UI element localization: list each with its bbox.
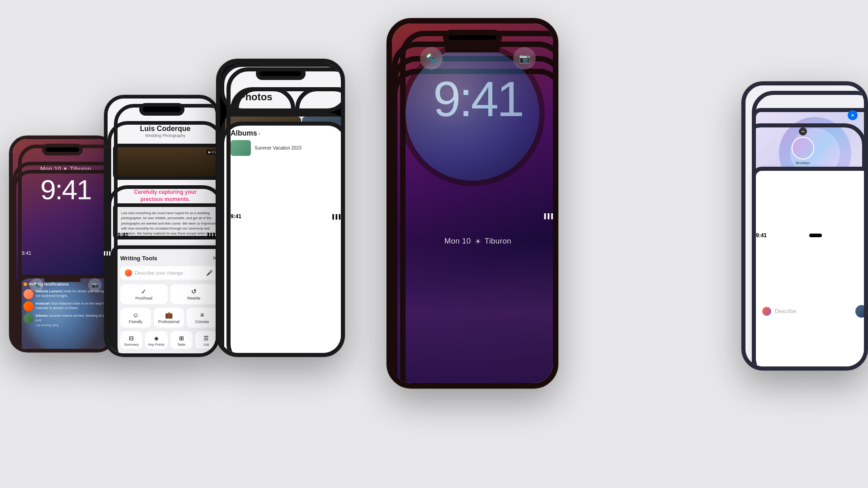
phone-1-lockscreen: 9:41 ▐▐▐ ▲ ▬ Mon 10 ✴ Tiburon 9:41 Prior… [9, 136, 115, 352]
phone-3-notch [256, 67, 306, 80]
signal-icon: ▐▐▐ [206, 233, 215, 237]
flashlight-button[interactable]: 🔦 [420, 47, 443, 70]
phone-3-screen: 9:41 ▐▐▐ ▲ ▬ Photos 🔍 Search [220, 63, 341, 353]
phone-2-dynamic-island [139, 103, 184, 116]
phone-1-status-bar: 9:41 ▐▐▐ ▲ ▬ [18, 145, 112, 349]
phone-5-focus: 9:41 ▐▐▐ × Sunset − Brookl [741, 81, 868, 371]
signal-icon: ▐▐▐ [331, 214, 340, 219]
phone-2-screen: 9:41 ▐▐▐ ▲ ▬ Luis Coderque Wedding Photo… [108, 99, 216, 353]
phone-5-screen: 9:41 ▐▐▐ × Sunset − Brookl [745, 85, 864, 366]
phone-1-screen: 9:41 ▐▐▐ ▲ ▬ Mon 10 ✴ Tiburon 9:41 Prior… [13, 139, 112, 349]
phone-1-status-icons: ▐▐▐ ▲ ▬ [103, 251, 112, 255]
phone-4-bottom-bar: 🔦 📷 [392, 42, 553, 383]
phone-2-time: 9:41 [118, 232, 128, 238]
signal-icon: ▐▐▐ [103, 251, 110, 255]
phone-4-lockscreen-large: ▐▐▐ ▲ ▬ Mon 10 ☀ Tiburon 9:41 🔦 📷 [387, 18, 558, 389]
phones-container: 9:41 ▐▐▐ ▲ ▬ Mon 10 ✴ Tiburon 9:41 Prior… [0, 0, 868, 488]
phone-3-status-icons: ▐▐▐ ▲ ▬ [331, 214, 341, 219]
phone-4-home-indicator [445, 42, 500, 52]
phone-4-screen: ▐▐▐ ▲ ▬ Mon 10 ☀ Tiburon 9:41 🔦 📷 [392, 23, 553, 383]
phone-3-photos: 9:41 ▐▐▐ ▲ ▬ Photos 🔍 Search [216, 59, 345, 357]
phone-1-dynamic-island [42, 144, 83, 155]
camera-button[interactable]: 📷 [513, 47, 536, 70]
phone-1-time: 9:41 [22, 250, 31, 256]
phone-3-status-bar: 9:41 ▐▐▐ ▲ ▬ [226, 67, 341, 353]
status-pill [809, 234, 822, 237]
phone-5-status-bar: 9:41 ▐▐▐ [752, 91, 864, 366]
phone-2-status-icons: ▐▐▐ ▲ ▬ [206, 233, 216, 238]
phone-2-status-bar: 9:41 ▐▐▐ ▲ ▬ [114, 104, 216, 353]
phone-2-writing-tools: 9:41 ▐▐▐ ▲ ▬ Luis Coderque Wedding Photo… [104, 95, 219, 357]
close-button[interactable]: × [848, 110, 858, 120]
phone-5-time: 9:41 [756, 232, 767, 239]
phone-3-time: 9:41 [231, 213, 241, 220]
